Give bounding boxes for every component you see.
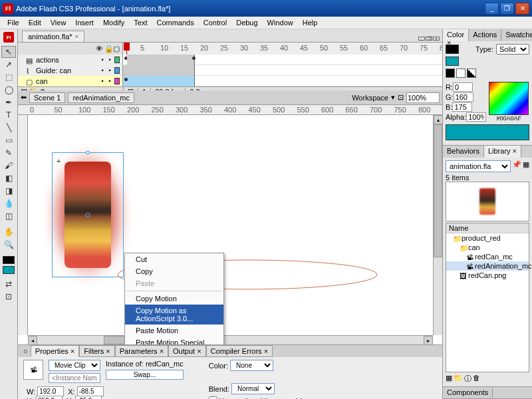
delete-button[interactable]: 🗑: [473, 374, 480, 384]
selection-bounding-box[interactable]: +: [52, 152, 124, 277]
y-input[interactable]: [75, 396, 102, 399]
name-column-header[interactable]: Name: [446, 223, 529, 233]
text-tool[interactable]: T: [1, 109, 16, 121]
green-input[interactable]: [454, 92, 473, 102]
ctx-copy-motion[interactable]: Copy Motion: [125, 293, 223, 305]
fill-type-select[interactable]: Solid: [496, 44, 529, 55]
default-colors-icon[interactable]: [446, 68, 455, 78]
swap-colors-icon[interactable]: ⇄: [1, 278, 16, 290]
back-button[interactable]: ⬅: [21, 93, 27, 102]
selection-tool[interactable]: ↖: [1, 46, 16, 58]
playhead[interactable]: [126, 43, 127, 55]
close-icon[interactable]: ×: [75, 33, 78, 40]
library-item[interactable]: 🖼redCan.png: [446, 271, 529, 280]
snap-toggle[interactable]: ⊡: [1, 291, 16, 303]
eraser-tool[interactable]: ◫: [1, 210, 16, 222]
stroke-color-swatch[interactable]: [3, 256, 15, 264]
tab-color[interactable]: Color ×: [443, 29, 469, 41]
fill-swatch[interactable]: [446, 57, 459, 66]
ctx-paste-motion[interactable]: Paste Motion: [125, 325, 223, 336]
components-tab[interactable]: Components: [443, 387, 493, 398]
cache-checkbox[interactable]: [209, 396, 217, 399]
fill-color-swatch[interactable]: [3, 266, 15, 274]
transform-point-icon[interactable]: [86, 213, 90, 217]
menu-modify[interactable]: Modify: [98, 17, 129, 28]
library-doc-select[interactable]: animation.fla: [446, 160, 511, 172]
blend-select[interactable]: Normal: [231, 383, 275, 394]
red-input[interactable]: [453, 82, 473, 92]
free-transform-tool[interactable]: ⬚: [1, 71, 16, 83]
menu-control[interactable]: Control: [199, 17, 231, 28]
new-symbol-button[interactable]: ▦: [446, 374, 452, 384]
width-input[interactable]: [37, 386, 64, 396]
menu-debug[interactable]: Debug: [231, 17, 262, 28]
alpha-input[interactable]: [466, 112, 486, 122]
tab-library[interactable]: Library ×: [484, 146, 521, 158]
color-select[interactable]: None: [230, 360, 273, 371]
height-input[interactable]: [36, 396, 63, 399]
horizontal-scrollbar[interactable]: ◂ ▸: [28, 335, 433, 344]
zoom-fit-icon[interactable]: ⊡: [398, 93, 404, 102]
properties-button[interactable]: ⓘ: [464, 374, 471, 384]
menu-commands[interactable]: Commands: [152, 17, 198, 28]
doc-close-button[interactable]: ×: [433, 37, 440, 41]
document-tab[interactable]: animation.fla* ×: [22, 31, 84, 42]
library-item[interactable]: 📽redAnimation_mc: [446, 261, 529, 271]
pin-icon[interactable]: 📌: [512, 160, 521, 174]
menu-insert[interactable]: Insert: [70, 17, 98, 28]
vertical-scrollbar[interactable]: ▴: [433, 115, 442, 335]
new-library-icon[interactable]: ▦: [523, 160, 529, 174]
workspace-menu-icon[interactable]: ▾: [391, 93, 395, 102]
layer-frames[interactable]: [123, 76, 442, 86]
symbol-crumb[interactable]: redAnimation_mc: [68, 92, 134, 103]
ink-bottle-tool[interactable]: ◧: [1, 172, 16, 184]
tab-parameters[interactable]: Parameters ×: [115, 345, 168, 357]
paint-bucket-tool[interactable]: ◨: [1, 185, 16, 197]
tab-actions[interactable]: Actions: [469, 29, 501, 41]
instance-name-input[interactable]: [49, 373, 100, 383]
scene-crumb[interactable]: Scene 1: [29, 92, 65, 103]
tab-output[interactable]: Output ×: [168, 345, 206, 357]
stroke-swatch[interactable]: [446, 45, 459, 54]
doc-minimize-button[interactable]: _: [418, 37, 425, 41]
doc-restore-button[interactable]: ❐: [426, 37, 432, 41]
pen-tool[interactable]: ✒: [1, 96, 16, 108]
tab-compiler-errors[interactable]: Compiler Errors ×: [206, 345, 273, 357]
library-item[interactable]: 📽redCan_mc: [446, 252, 529, 261]
no-color-icon[interactable]: [456, 68, 466, 78]
tab-swatches[interactable]: Swatches: [501, 29, 532, 41]
menu-file[interactable]: File: [3, 17, 24, 28]
pencil-tool[interactable]: ✎: [1, 147, 16, 159]
close-button[interactable]: ✕: [515, 3, 529, 15]
frame-ruler[interactable]: 51015202530354045505560657075808590: [123, 43, 442, 55]
layer-Guide: can[interactable]: ⌇ Guide: can ••: [18, 65, 123, 76]
tab-properties[interactable]: Properties ×: [31, 345, 80, 357]
blue-input[interactable]: [452, 102, 472, 112]
new-folder-button[interactable]: 📁: [454, 374, 463, 384]
eyedropper-tool[interactable]: 💧: [1, 198, 16, 209]
maximize-button[interactable]: ❐: [500, 3, 514, 15]
library-item[interactable]: 📁can: [446, 243, 529, 252]
menu-edit[interactable]: Edit: [24, 17, 46, 28]
rectangle-tool[interactable]: ▭: [1, 134, 16, 146]
brush-tool[interactable]: 🖌: [1, 160, 16, 172]
ctx-copy-motion-as-actionscript-3-0[interactable]: Copy Motion as ActionScript 3.0...: [125, 305, 223, 325]
hand-tool[interactable]: ✋: [1, 226, 16, 238]
stage[interactable]: +: [28, 115, 433, 335]
symbol-type-select[interactable]: Movie Clip: [49, 360, 100, 371]
ctx-cut[interactable]: Cut: [125, 253, 223, 265]
menu-window[interactable]: Window: [263, 17, 298, 28]
zoom-tool[interactable]: 🔍: [1, 239, 16, 251]
menu-text[interactable]: Text: [129, 17, 152, 28]
layer-frames[interactable]: [123, 65, 442, 76]
tab-behaviors[interactable]: Behaviors: [443, 146, 484, 158]
menu-view[interactable]: View: [46, 17, 71, 28]
menu-help[interactable]: Help: [298, 17, 323, 28]
lasso-tool[interactable]: ◯: [1, 84, 16, 96]
subselection-tool[interactable]: ↗: [1, 59, 16, 70]
outline-icon[interactable]: ▢: [113, 45, 120, 53]
lock-icon[interactable]: 🔒: [104, 45, 111, 53]
zoom-select[interactable]: [406, 92, 440, 103]
line-tool[interactable]: ╲: [1, 122, 16, 134]
minimize-button[interactable]: _: [485, 3, 499, 15]
